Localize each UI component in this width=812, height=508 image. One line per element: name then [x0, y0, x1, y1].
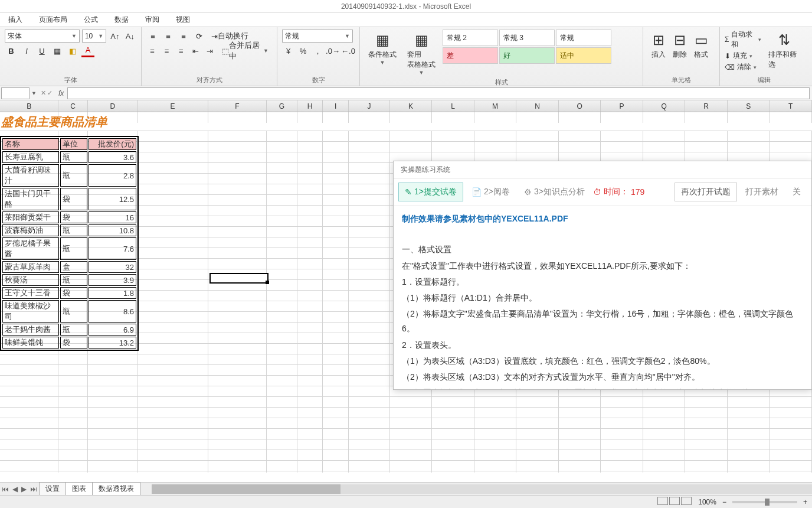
table-header[interactable]: 批发价(元)	[89, 138, 136, 150]
col-header-M[interactable]: M	[474, 100, 517, 112]
underline-button[interactable]: U	[35, 44, 48, 57]
col-header-D[interactable]: D	[88, 100, 137, 112]
col-header-F[interactable]: F	[208, 100, 267, 112]
col-header-C[interactable]: C	[58, 100, 88, 112]
delete-cells-button[interactable]: ⊟删除	[669, 30, 690, 61]
border-button[interactable]: ▦	[51, 44, 64, 57]
fill-button[interactable]: ⬇填充▾	[725, 51, 761, 61]
style-bad[interactable]: 差	[443, 47, 498, 64]
style-neutral[interactable]: 适中	[556, 47, 611, 64]
fill-color-button[interactable]: ◧	[66, 44, 79, 57]
table-row[interactable]: 法国卡门贝干酪袋12.5	[2, 188, 136, 210]
col-header-E[interactable]: E	[137, 100, 208, 112]
table-row[interactable]: 蒙古草原羊肉盒32	[2, 261, 136, 273]
format-as-table-button[interactable]: ▦套用 表格格式▼	[404, 30, 439, 77]
indent-dec-icon[interactable]: ⇤	[189, 44, 201, 57]
comma-icon[interactable]: ,	[312, 44, 324, 57]
format-cells-button[interactable]: ▭格式	[690, 30, 712, 61]
col-header-R[interactable]: R	[685, 100, 728, 112]
align-bot-icon[interactable]: ≡	[177, 30, 190, 43]
table-header[interactable]: 单位	[60, 138, 87, 150]
zoom-level[interactable]: 100%	[698, 498, 716, 506]
col-header-L[interactable]: L	[432, 100, 474, 112]
currency-icon[interactable]: ¥	[282, 44, 294, 57]
menu-view[interactable]: 视图	[168, 15, 198, 25]
orient-icon[interactable]: ⟳	[192, 30, 205, 43]
table-row[interactable]: 莱阳御贡梨干袋16	[2, 211, 136, 223]
indent-inc-icon[interactable]: ⇥	[204, 44, 215, 57]
view-buttons[interactable]	[657, 497, 692, 507]
table-row[interactable]: 味鲜美馄饨袋13.2	[2, 337, 136, 349]
menu-insert[interactable]: 插入	[0, 15, 31, 25]
col-header-G[interactable]: G	[267, 100, 297, 112]
tab-nav-last-icon[interactable]: ⏭	[28, 485, 39, 493]
zoom-out-icon[interactable]: −	[722, 498, 726, 506]
number-format-select[interactable]: 常规▼	[282, 30, 353, 43]
menu-formula[interactable]: 公式	[76, 15, 106, 25]
name-box[interactable]	[1, 87, 30, 99]
confirm-icon[interactable]: ✓	[47, 89, 53, 97]
align-right-icon[interactable]: ≡	[175, 44, 187, 57]
dec-decimal-icon[interactable]: ←.0	[342, 44, 355, 57]
font-size-select[interactable]: 10▼	[82, 30, 106, 43]
col-header-T[interactable]: T	[770, 100, 812, 112]
open-material-button[interactable]: 打开素材	[739, 183, 784, 201]
tab-nav-next-icon[interactable]: ▶	[19, 485, 28, 493]
table-header[interactable]: 名称	[2, 138, 59, 150]
fx-icon[interactable]: fx	[55, 89, 67, 97]
sort-filter-button[interactable]: ⇅排序和筛选	[765, 30, 804, 72]
col-header-N[interactable]: N	[516, 100, 559, 112]
submit-tab[interactable]: ✎1>提交试卷	[398, 183, 463, 201]
style-normal2[interactable]: 常规 2	[443, 30, 498, 46]
sheet-tab-3[interactable]: 数据透视表	[92, 482, 140, 496]
zoom-slider[interactable]	[732, 501, 797, 503]
bold-button[interactable]: B	[5, 44, 18, 57]
decrease-font-icon[interactable]: A↓	[124, 30, 136, 43]
reopen-button[interactable]: 再次打开试题	[675, 183, 737, 201]
col-header-Q[interactable]: Q	[643, 100, 686, 112]
autosum-button[interactable]: Σ自动求和▾	[725, 30, 761, 50]
percent-icon[interactable]: %	[297, 44, 309, 57]
col-header-P[interactable]: P	[601, 100, 643, 112]
inc-decimal-icon[interactable]: .0→	[326, 44, 339, 57]
align-top-icon[interactable]: ≡	[146, 30, 159, 43]
sheet-title-cell[interactable]: 盛食品主要商品清单	[0, 112, 139, 131]
menu-data[interactable]: 数据	[106, 15, 137, 25]
col-header-I[interactable]: I	[323, 100, 349, 112]
tab-nav-prev-icon[interactable]: ◀	[11, 485, 19, 493]
increase-font-icon[interactable]: A↑	[109, 30, 121, 43]
col-header-H[interactable]: H	[297, 100, 323, 112]
align-center-icon[interactable]: ≡	[161, 44, 172, 57]
col-header-O[interactable]: O	[559, 100, 601, 112]
table-row[interactable]: 大茴香籽调味汁瓶2.8	[2, 164, 136, 187]
table-row[interactable]: 长寿豆腐乳瓶3.6	[2, 151, 136, 163]
clear-button[interactable]: ⌫清除▾	[725, 62, 761, 72]
cancel-icon[interactable]: ✕	[41, 89, 46, 97]
data-table[interactable]: 名称单位批发价(元) 长寿豆腐乳瓶3.6大茴香籽调味汁瓶2.8法国卡门贝干酪袋1…	[0, 136, 139, 351]
horizontal-scrollbar[interactable]	[152, 484, 812, 494]
close-panel-button[interactable]: 关	[787, 183, 807, 201]
col-header-S[interactable]: S	[728, 100, 770, 112]
table-row[interactable]: 波森梅奶油瓶10.8	[2, 224, 136, 236]
menu-review[interactable]: 审阅	[137, 15, 168, 25]
formula-input[interactable]	[67, 87, 810, 99]
sheet-tab-1[interactable]: 设置	[39, 482, 66, 496]
align-mid-icon[interactable]: ≡	[162, 30, 175, 43]
col-header-J[interactable]: J	[349, 100, 390, 112]
style-good[interactable]: 好	[499, 47, 555, 64]
style-normal3[interactable]: 常规 3	[499, 30, 555, 46]
italic-button[interactable]: I	[20, 44, 33, 57]
insert-cells-button[interactable]: ⊞插入	[648, 30, 669, 61]
cell-styles-gallery[interactable]: 常规 2 常规 3 常规 差 好 适中	[443, 30, 611, 77]
table-row[interactable]: 罗德尼橘子果酱瓶7.6	[2, 237, 136, 260]
font-name-select[interactable]: 宋体▼	[5, 30, 80, 43]
merge-center-button[interactable]: ⬚ 合并后居中 ▼	[218, 44, 272, 57]
col-header-K[interactable]: K	[390, 100, 433, 112]
col-header-B[interactable]: B	[0, 100, 58, 112]
review-tab[interactable]: 📄2>阅卷	[466, 183, 516, 201]
table-row[interactable]: 老干妈牛肉酱瓶6.9	[2, 324, 136, 336]
sheet-tab-2[interactable]: 图表	[66, 482, 93, 496]
align-left-icon[interactable]: ≡	[146, 44, 158, 57]
style-normal[interactable]: 常规	[556, 30, 611, 46]
conditional-format-button[interactable]: ▦条件格式▼	[365, 30, 400, 77]
